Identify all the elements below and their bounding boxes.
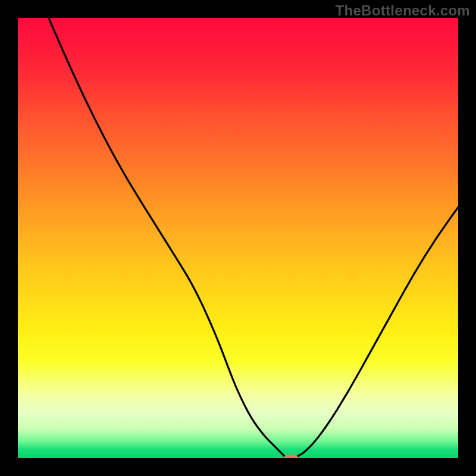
curve-path <box>49 18 458 458</box>
watermark-text: TheBottleneck.com <box>336 2 470 19</box>
plot-area <box>18 18 458 458</box>
bottleneck-curve <box>18 18 458 458</box>
optimum-marker <box>284 455 298 458</box>
chart-frame: TheBottleneck.com <box>0 0 476 476</box>
